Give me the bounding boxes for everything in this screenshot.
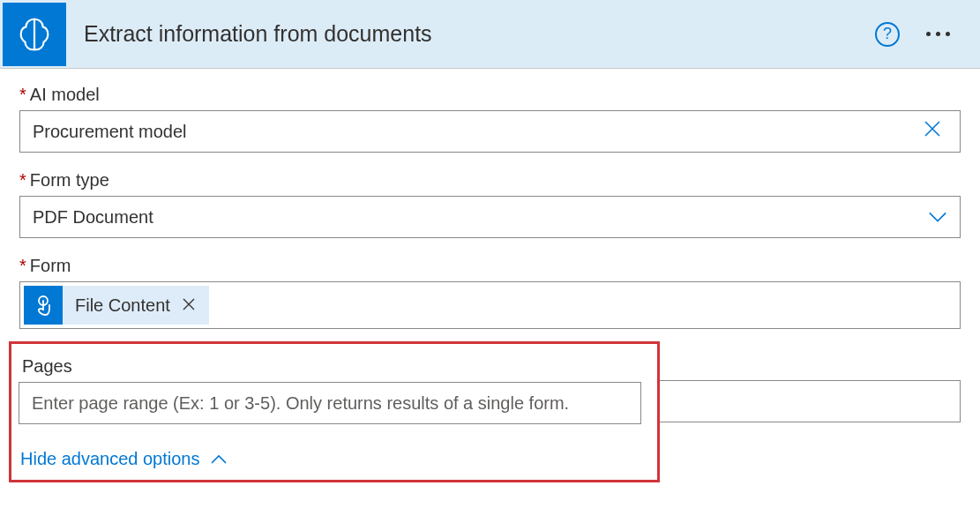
form-type-value: PDF Document [33,207,928,228]
form-label: * Form [19,256,961,276]
help-icon[interactable]: ? [875,22,900,47]
clear-icon[interactable] [917,119,947,144]
brain-icon [14,14,55,55]
ai-model-value: Procurement model [33,122,917,142]
action-icon [3,3,66,66]
form-label-text: Form [30,256,71,276]
file-content-token[interactable]: File Content [24,286,209,325]
hide-advanced-link[interactable]: Hide advanced options [19,449,641,469]
required-asterisk: * [19,85,26,105]
pages-label: Pages [19,356,641,377]
chevron-up-icon [210,454,228,465]
more-menu-icon[interactable] [924,26,952,41]
form-input[interactable]: File Content [19,281,961,329]
page-title: Extract information from documents [84,21,875,47]
highlighted-section: Pages Hide advanced options [9,341,660,482]
ai-model-label-text: AI model [30,85,100,105]
ai-model-input[interactable]: Procurement model [19,110,961,153]
chevron-down-icon [928,211,947,223]
ai-model-label: * AI model [19,85,961,105]
touch-icon [24,286,63,325]
pages-input-extension[interactable] [660,380,961,422]
form-body: * AI model Procurement model * Form type… [0,69,980,482]
form-type-select[interactable]: PDF Document [19,196,961,238]
token-label: File Content [75,295,170,316]
close-icon[interactable] [179,296,198,315]
required-asterisk: * [19,256,26,276]
required-asterisk: * [19,170,26,191]
form-type-label-text: Form type [30,170,109,191]
action-header: Extract information from documents ? [0,0,980,69]
hide-advanced-label: Hide advanced options [20,449,199,469]
form-type-label: * Form type [19,170,961,191]
pages-input[interactable] [19,382,641,424]
header-actions: ? [875,22,962,47]
